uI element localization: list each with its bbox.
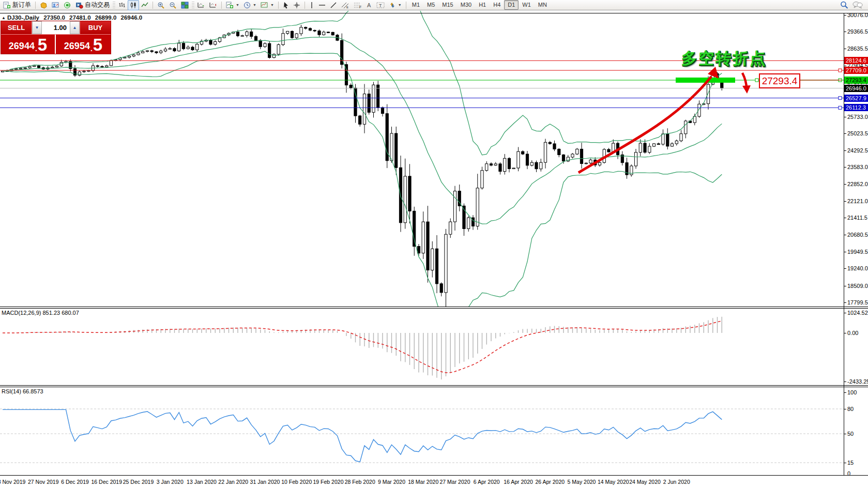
timeframe-button-h1[interactable]: H1: [475, 0, 490, 10]
pane-separator[interactable]: [0, 387, 868, 387]
axis-tick: [844, 409, 846, 409]
pane-separator[interactable]: [0, 385, 868, 386]
axis-tick-label: 18509.0: [847, 283, 868, 289]
arrows-button[interactable]: ▼: [387, 0, 404, 10]
indicators-icon: [226, 2, 234, 9]
fibonacci-button[interactable]: F: [352, 0, 364, 10]
tile-windows-button[interactable]: [179, 0, 191, 10]
volume-decrease-button[interactable]: ▼: [32, 21, 42, 34]
trendline-button[interactable]: [328, 0, 339, 10]
ohlc-header: DJ30-,Daily 27350.0 27481.0 26899.0 2694…: [7, 14, 145, 21]
toolbar-separator: [153, 2, 153, 9]
decimal-point: .: [90, 44, 93, 53]
auto-trading-button[interactable]: 自动交易: [73, 0, 112, 10]
axis-tick-label: 1024.52: [847, 310, 868, 316]
timeframe-button-m5[interactable]: M5: [423, 0, 438, 10]
sell-button[interactable]: SELL: [1, 21, 32, 34]
zoom-out-icon: [169, 2, 177, 9]
timeframe-button-m15[interactable]: M15: [438, 0, 456, 10]
axis-tick-label: 15: [847, 460, 854, 466]
indicators-button[interactable]: ▼: [224, 0, 241, 10]
text-label-button[interactable]: T: [374, 0, 387, 10]
search-icon[interactable]: [840, 1, 848, 9]
text-icon: A: [366, 2, 372, 9]
toolbar: 新订单 自动交易: [0, 0, 868, 10]
timeframe-button-w1[interactable]: W1: [519, 0, 535, 10]
axis-tick: [844, 201, 846, 202]
pane-separator[interactable]: [0, 308, 868, 309]
volume-value[interactable]: 1.00: [42, 21, 70, 34]
zoom-in-button[interactable]: [155, 0, 167, 10]
axis-tick: [844, 66, 846, 66]
date-label: 9 Mar 2020: [378, 479, 405, 485]
candlestick-chart-button[interactable]: [128, 0, 139, 10]
date-label: 10 Feb 2020: [281, 479, 312, 485]
cursor-button[interactable]: [281, 0, 291, 10]
equidistant-channel-button[interactable]: E: [339, 0, 352, 10]
date-label: 25 Dec 2019: [123, 479, 154, 485]
line-chart-button[interactable]: [139, 0, 150, 10]
crosshair-button[interactable]: [291, 0, 302, 10]
axis-tick-label: 17799.5: [847, 299, 868, 306]
arrows-icon: [389, 2, 396, 9]
bar-chart-icon: [118, 2, 126, 9]
buy-price-dec: 5: [93, 37, 102, 53]
axis-tick-label: -2433.25: [847, 378, 868, 385]
profiles-button[interactable]: [38, 0, 50, 10]
toolbar-separator: [278, 2, 279, 9]
date-label: 18 Mar 2020: [408, 479, 438, 485]
symbol-period-label: DJ30-,Daily: [7, 14, 39, 21]
toolbar-separator: [221, 2, 222, 9]
market-watch-button[interactable]: [50, 0, 62, 10]
signals-button[interactable]: [62, 0, 73, 10]
toolbar-grip: [192, 2, 194, 9]
buy-button[interactable]: BUY: [80, 21, 111, 34]
timeframe-button-d1[interactable]: D1: [504, 0, 519, 10]
date-label: 31 Jan 2020: [250, 479, 280, 485]
templates-button[interactable]: ▼: [258, 0, 276, 10]
profiles-icon: [40, 2, 48, 9]
periods-button[interactable]: ▼: [241, 0, 258, 10]
date-label: 5 May 2020: [568, 479, 596, 485]
rsi-indicator-label: RSI(14) 66.8573: [2, 388, 43, 394]
svg-text:E: E: [346, 6, 348, 9]
axis-tick: [844, 150, 846, 151]
turning-point-annotation[interactable]: 多空转折点: [681, 48, 767, 69]
text-button[interactable]: A: [364, 0, 374, 10]
vertical-line-button[interactable]: [307, 0, 316, 10]
auto-scroll-button[interactable]: [195, 0, 207, 10]
close-value: 26946.0: [121, 14, 143, 21]
macd-pane[interactable]: [0, 309, 844, 385]
horizontal-line-button[interactable]: [316, 0, 328, 10]
sell-price-dec: 5: [38, 37, 47, 53]
chat-icon[interactable]: [852, 1, 863, 9]
chart-window: 30076.029366.528635.527904.527195.025733…: [0, 11, 868, 488]
timeframe-button-mn[interactable]: MN: [535, 0, 551, 10]
timeframe-button-m30[interactable]: M30: [457, 0, 475, 10]
volume-stepper: ▼ 1.00 ▲: [32, 21, 80, 34]
buy-price[interactable]: 26954 . 5: [56, 35, 111, 54]
new-order-icon: [3, 2, 11, 9]
axis-tick: [844, 382, 846, 382]
date-label: 24 May 2020: [629, 479, 661, 485]
axis-tick-label: 0.00: [847, 330, 858, 336]
price-badge: 26112.3: [844, 104, 868, 111]
timeframe-button-m1[interactable]: M1: [408, 0, 423, 10]
new-order-button[interactable]: 新订单: [1, 0, 33, 10]
price-tag-label[interactable]: 27293.4: [759, 73, 800, 88]
timeframe-button-h4[interactable]: H4: [490, 0, 504, 10]
auto-trading-icon: [75, 2, 83, 9]
volume-increase-button[interactable]: ▲: [70, 21, 80, 34]
low-value: 26899.0: [95, 14, 117, 21]
zoom-out-button[interactable]: [167, 0, 179, 10]
toolbar-separator: [406, 2, 406, 9]
rsi-pane[interactable]: [0, 387, 844, 475]
bar-chart-button[interactable]: [116, 0, 128, 10]
decimal-point: .: [35, 44, 37, 53]
toolbar-separator: [304, 2, 305, 9]
sell-price[interactable]: 26944 . 5: [1, 35, 56, 54]
date-axis[interactable]: 8 Nov 201927 Nov 20196 Dec 201916 Dec 20…: [0, 475, 868, 488]
chart-shift-button[interactable]: [207, 0, 219, 10]
svg-text:T: T: [379, 3, 382, 8]
pane-separator[interactable]: [0, 307, 868, 307]
